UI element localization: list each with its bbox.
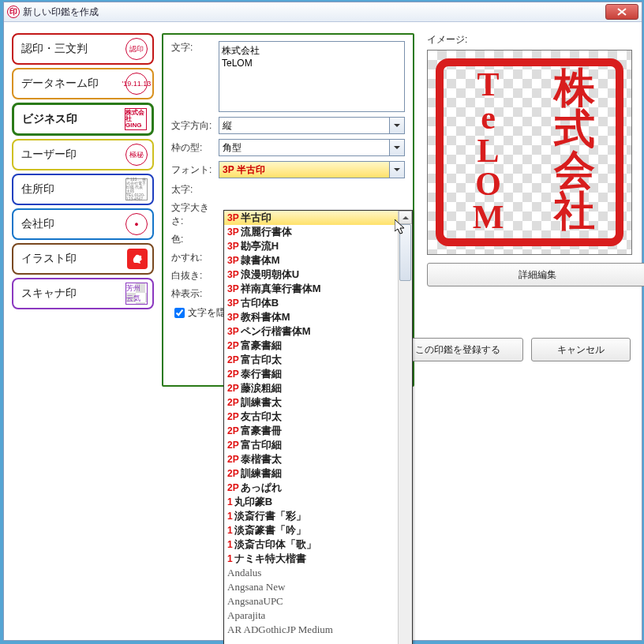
font-option[interactable]: 1丸印篆B bbox=[224, 495, 399, 509]
font-option[interactable]: 3P勘亭流H bbox=[224, 239, 399, 253]
tab-label: スキャナ印 bbox=[21, 286, 77, 301]
text-label: 文字: bbox=[171, 41, 219, 54]
dialog-window: 印 新しい印鑑を作成 認印・三文判認印データネーム印'19.11.13ビジネス印… bbox=[3, 2, 642, 641]
dropdown-scrollbar[interactable] bbox=[398, 211, 412, 644]
font-option[interactable]: 3P流麗行書体 bbox=[224, 225, 399, 239]
font-option[interactable]: 2P富古印太 bbox=[224, 353, 399, 367]
preview-canvas: TeLOM 株式会社 bbox=[427, 50, 632, 255]
weight-label: 太字: bbox=[171, 183, 219, 197]
client-area: 認印・三文判認印データネーム印'19.11.13ビジネス印株式会社 GINGユー… bbox=[4, 22, 642, 640]
cancel-button[interactable]: キャンセル bbox=[531, 338, 631, 361]
direction-label: 文字方向: bbox=[171, 119, 219, 133]
chevron-down-icon bbox=[389, 140, 404, 155]
chevron-down-icon bbox=[389, 162, 404, 178]
tab-label: イラスト印 bbox=[21, 252, 77, 266]
font-option[interactable]: 1淡斎行書「彩」 bbox=[224, 509, 399, 523]
font-option[interactable]: 2P泰楷書太 bbox=[224, 452, 399, 466]
tab-0[interactable]: 認印・三文判認印 bbox=[12, 33, 154, 65]
tab-thumb-icon: 〒123… 株式会社電子印鑑 代表 太郎 TEL:0120-123-4567 bbox=[125, 178, 148, 200]
stamp-preview: TeLOM 株式会社 bbox=[436, 58, 623, 246]
font-select[interactable] bbox=[219, 161, 405, 178]
font-dropdown-list[interactable]: 3P半古印3P流麗行書体3P勘亭流H3P隷書体M3P浪漫明朝体U3P祥南真筆行書… bbox=[223, 210, 413, 644]
font-option[interactable]: 3P祥南真筆行書体M bbox=[224, 282, 399, 296]
font-option[interactable]: AngsanaUPC bbox=[224, 594, 399, 608]
title-bar: 印 新しい印鑑を作成 bbox=[4, 2, 642, 22]
close-button[interactable] bbox=[605, 4, 638, 20]
tab-thumb-icon: 株式会社 GING bbox=[125, 108, 147, 130]
blur-label: かすれ: bbox=[171, 251, 219, 264]
cutout-label: 白抜き: bbox=[171, 269, 219, 283]
size-label: 文字大きさ: bbox=[171, 201, 219, 228]
dialog-buttons: この印鑑を登録する キャンセル bbox=[392, 338, 631, 361]
tab-label: 住所印 bbox=[21, 182, 54, 197]
tab-2[interactable]: ビジネス印株式会社 GING bbox=[12, 103, 154, 136]
font-option[interactable]: 3Pペン行楷書体M bbox=[224, 324, 399, 339]
tab-thumb-icon: 極秘 bbox=[125, 144, 148, 166]
window-title: 新しい印鑑を作成 bbox=[23, 6, 605, 19]
font-option[interactable]: 2P友古印太 bbox=[224, 410, 399, 424]
tab-label: 認印・三文判 bbox=[21, 42, 88, 56]
font-option[interactable]: 2P訓練書太 bbox=[224, 395, 399, 410]
preview-area: イメージ: TeLOM 株式会社 詳細編集 bbox=[427, 33, 631, 286]
tab-thumb-icon bbox=[127, 249, 148, 269]
font-option[interactable]: Angsana New bbox=[224, 580, 399, 594]
font-option[interactable]: 1淡斎古印体「歌」 bbox=[224, 537, 399, 552]
font-option[interactable]: 1ナミキ特大楷書 bbox=[224, 552, 399, 566]
color-label: 色: bbox=[171, 233, 219, 246]
tab-1[interactable]: データネーム印'19.11.13 bbox=[12, 68, 154, 99]
hide-text-checkbox[interactable] bbox=[174, 308, 185, 318]
tab-5[interactable]: 会社印● bbox=[12, 208, 154, 240]
font-option[interactable]: 2P富豪書冊 bbox=[224, 424, 399, 438]
preview-label: イメージ: bbox=[427, 33, 631, 47]
tab-4[interactable]: 住所印〒123… 株式会社電子印鑑 代表 太郎 TEL:0120-123-456… bbox=[12, 174, 154, 205]
frame-select[interactable] bbox=[219, 139, 405, 156]
tab-thumb-icon: '19.11.13 bbox=[125, 73, 148, 95]
frame-label: 枠の型: bbox=[171, 141, 219, 155]
tab-label: データネーム印 bbox=[21, 77, 99, 91]
detail-edit-button[interactable]: 詳細編集 bbox=[427, 263, 644, 286]
font-option[interactable]: 3P教科書体M bbox=[224, 310, 399, 324]
stamp-text-input[interactable] bbox=[219, 41, 405, 112]
tab-3[interactable]: ユーザー印極秘 bbox=[12, 139, 154, 170]
font-option[interactable]: 2P富豪書細 bbox=[224, 339, 399, 353]
font-option[interactable]: 2P泰行書細 bbox=[224, 367, 399, 381]
font-option[interactable]: 3P半古印 bbox=[224, 211, 399, 225]
tab-label: 会社印 bbox=[21, 217, 54, 231]
tab-thumb-icon: 認印 bbox=[125, 38, 148, 60]
tab-6[interactable]: イラスト印 bbox=[12, 243, 154, 275]
font-option[interactable]: 2Pあっぱれ bbox=[224, 481, 399, 495]
app-icon: 印 bbox=[7, 6, 20, 18]
font-option[interactable]: 3P浪漫明朝体U bbox=[224, 268, 399, 282]
font-option[interactable]: 2P藤涙粗細 bbox=[224, 381, 399, 395]
chevron-down-icon bbox=[389, 118, 404, 133]
framedisp-label: 枠表示: bbox=[171, 287, 219, 301]
font-option[interactable]: AR ADGothicJP Medium bbox=[224, 623, 399, 637]
font-option[interactable]: 3P隷書体M bbox=[224, 253, 399, 268]
font-option[interactable]: 2P富古印細 bbox=[224, 438, 399, 452]
font-option[interactable]: Aparajita bbox=[224, 608, 399, 623]
tab-thumb-icon: 芳州 云気 bbox=[125, 283, 148, 305]
font-option[interactable]: 2P訓練書細 bbox=[224, 466, 399, 481]
font-option[interactable]: 3P古印体B bbox=[224, 296, 399, 310]
close-icon bbox=[617, 8, 627, 16]
tab-7[interactable]: スキャナ印芳州 云気 bbox=[12, 278, 154, 309]
category-tabs: 認印・三文判認印データネーム印'19.11.13ビジネス印株式会社 GINGユー… bbox=[12, 33, 154, 313]
font-label: フォント: bbox=[171, 163, 219, 177]
direction-select[interactable] bbox=[219, 117, 405, 134]
tab-label: ビジネス印 bbox=[22, 112, 77, 126]
tab-thumb-icon: ● bbox=[125, 213, 148, 235]
font-option[interactable]: Andalus bbox=[224, 566, 399, 580]
mouse-cursor bbox=[395, 219, 406, 235]
font-option[interactable]: 1淡斎篆書「吟」 bbox=[224, 523, 399, 537]
tab-label: ユーザー印 bbox=[21, 148, 77, 162]
